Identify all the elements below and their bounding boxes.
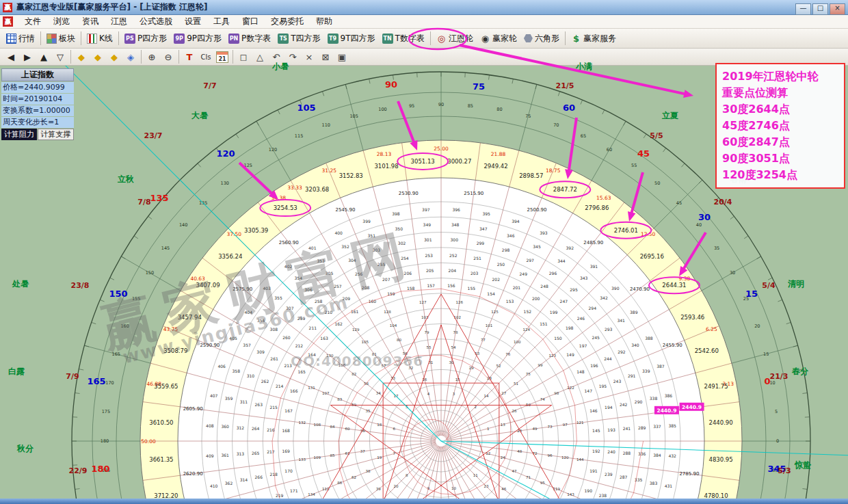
menu-item-file[interactable]: 文件 xyxy=(18,14,47,29)
annotation-note-box: 2019年江恩轮中轮重要点位测算30度2644点45度2746点60度2847点… xyxy=(715,63,845,189)
svg-text:80: 80 xyxy=(496,107,502,112)
tool-button-diamond-tool-3[interactable]: ◆ xyxy=(106,49,122,64)
menu-item-tools[interactable]: 工具 xyxy=(207,14,236,29)
svg-text:251: 251 xyxy=(473,256,481,261)
toolbar-separator xyxy=(40,31,41,45)
toolbar-button-kline[interactable]: K线 xyxy=(83,31,116,46)
toolbar-button-p-number-table[interactable]: PNP数字表 xyxy=(225,31,274,46)
menu-item-browse[interactable]: 浏览 xyxy=(47,14,76,29)
tool-button-calendar-tool[interactable]: 21 xyxy=(214,49,230,64)
annotation-line: 60度2847点 xyxy=(722,134,838,150)
svg-text:194: 194 xyxy=(605,405,613,410)
toolbar-button-quotes[interactable]: 行情 xyxy=(3,31,38,46)
svg-text:346: 346 xyxy=(507,233,515,238)
menu-item-settings[interactable]: 设置 xyxy=(178,14,207,29)
svg-text:261: 261 xyxy=(270,356,278,361)
svg-text:359: 359 xyxy=(225,396,233,401)
info-row: 周天变化步长=1 xyxy=(1,117,74,128)
tool-button-triangle-tool[interactable]: △ xyxy=(252,49,268,64)
svg-text:256: 256 xyxy=(355,271,363,276)
svg-text:143: 143 xyxy=(567,492,574,496)
svg-text:214: 214 xyxy=(276,384,284,388)
tool-button-prev[interactable]: ◀ xyxy=(3,49,19,64)
toolbar-button-9p-square[interactable]: 9P9P四方形 xyxy=(170,31,225,46)
svg-text:197: 197 xyxy=(579,343,587,348)
toolbar-button-sectors[interactable]: 板块 xyxy=(43,31,79,46)
svg-text:76: 76 xyxy=(505,352,510,356)
toolbar-label: 板块 xyxy=(59,33,75,44)
toolbar-button-winner-wheel[interactable]: ◉赢家轮 xyxy=(477,31,520,46)
toolbar-button-t-number-table[interactable]: TNT数字表 xyxy=(379,31,428,46)
tool-button-diamond-tool-1[interactable]: ◆ xyxy=(73,49,90,64)
svg-text:2560.90: 2560.90 xyxy=(279,240,299,246)
maximize-button[interactable]: □ xyxy=(812,3,828,15)
svg-text:134: 134 xyxy=(308,492,315,496)
svg-text:338: 338 xyxy=(650,396,658,401)
svg-text:149: 149 xyxy=(566,352,574,357)
svg-text:2440.9: 2440.9 xyxy=(682,404,702,410)
tool-button-clear-tool[interactable]: Cls xyxy=(198,49,214,64)
9t-square-icon: T9 xyxy=(328,34,339,44)
svg-text:250: 250 xyxy=(497,262,505,267)
tool-button-rect-tool[interactable]: ◻ xyxy=(235,49,252,64)
app-logo-icon: 赢 xyxy=(3,3,12,12)
menu-item-news[interactable]: 资讯 xyxy=(76,14,105,29)
svg-text:3610.50: 3610.50 xyxy=(149,419,173,426)
tool-button-filter[interactable]: ▽ xyxy=(52,49,68,64)
toolbar-button-9t-square[interactable]: T99T四方形 xyxy=(324,31,379,46)
svg-text:191: 191 xyxy=(589,468,598,473)
toolbar-button-gann-wheel[interactable]: ◎江恩轮 xyxy=(433,31,477,46)
svg-text:395: 395 xyxy=(482,211,490,216)
tool-button-pointer-up[interactable]: ▲ xyxy=(36,49,52,64)
svg-text:148: 148 xyxy=(577,369,585,374)
menu-item-gann[interactable]: 江恩 xyxy=(105,14,133,29)
menu-item-formula-stock-pick[interactable]: 公式选股 xyxy=(133,14,178,29)
kline-icon xyxy=(87,34,97,44)
svg-text:337: 337 xyxy=(653,424,661,429)
svg-text:156: 156 xyxy=(447,283,455,288)
menu-item-help[interactable]: 帮助 xyxy=(310,14,339,29)
svg-text:308: 308 xyxy=(270,327,278,332)
svg-text:170: 170 xyxy=(105,380,114,386)
svg-text:244: 244 xyxy=(604,356,612,361)
toolbar-button-p-square[interactable]: PSP四方形 xyxy=(121,31,170,46)
tool-button-delete-tool[interactable]: × xyxy=(301,49,317,64)
svg-text:40: 40 xyxy=(696,222,702,228)
tool-button-next[interactable]: ▶ xyxy=(19,49,36,64)
minimize-button[interactable]: — xyxy=(795,3,811,15)
svg-text:95: 95 xyxy=(540,481,545,485)
toolbar-button-hexagon[interactable]: 六角形 xyxy=(520,31,563,46)
calc-support-button[interactable]: 计算支撑 xyxy=(38,129,75,140)
menu-item-window[interactable]: 窗口 xyxy=(236,14,265,29)
svg-text:354: 354 xyxy=(295,276,303,280)
svg-text:1: 1 xyxy=(487,427,490,431)
svg-text:75: 75 xyxy=(526,372,531,376)
tool-button-diamond-tool-2[interactable]: ◆ xyxy=(90,49,106,64)
annotation-line: 120度3254点 xyxy=(722,167,838,183)
svg-text:297: 297 xyxy=(526,258,534,263)
tool-button-zoom-out[interactable]: ⊖ xyxy=(160,49,176,64)
calc-resistance-button[interactable]: 计算阻力 xyxy=(1,129,37,140)
svg-text:396: 396 xyxy=(452,207,460,212)
index-info-panel: 上证指数 价格=2440.9099时间=20190104变换系数=1.00000… xyxy=(1,68,74,140)
toolbar-button-winner-service[interactable]: $赢家服务 xyxy=(568,31,620,46)
svg-text:2440.90: 2440.90 xyxy=(709,419,733,426)
tool-button-text-tool[interactable]: T xyxy=(181,49,198,64)
menu-item-trade-entrust[interactable]: 交易委托 xyxy=(265,14,310,29)
tool-button-select-box-tool[interactable]: ▣ xyxy=(334,49,350,64)
tool-button-rotate-right-tool[interactable]: ↷ xyxy=(284,49,301,64)
close-button[interactable]: × xyxy=(830,3,845,15)
main-toolbar: 行情板块K线PSP四方形9P9P四方形PNP数字表TST四方形T99T四方形TN… xyxy=(0,29,848,49)
tool-button-zoom-in[interactable]: ⊕ xyxy=(144,49,160,64)
svg-text:71: 71 xyxy=(526,475,531,479)
info-row: 时间=20190104 xyxy=(1,94,74,105)
bottom-scrollbar[interactable] xyxy=(0,499,848,504)
svg-text:238: 238 xyxy=(599,493,607,498)
svg-text:107: 107 xyxy=(322,391,330,395)
svg-text:100: 100 xyxy=(514,340,521,344)
tool-button-box-x-tool[interactable]: ⊠ xyxy=(317,49,334,64)
tool-button-target-tool[interactable]: ◈ xyxy=(122,49,139,64)
toolbar-button-t-square[interactable]: TST四方形 xyxy=(274,31,323,46)
svg-text:140: 140 xyxy=(179,222,187,228)
tool-button-rotate-left-tool[interactable]: ↶ xyxy=(268,49,284,64)
